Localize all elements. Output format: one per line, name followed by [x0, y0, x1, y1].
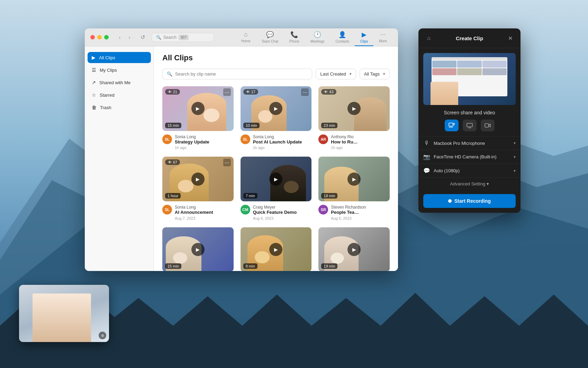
sort-chevron-icon: ▾ [350, 72, 352, 76]
tab-phone[interactable]: 📞 Phone [284, 29, 305, 46]
close-window-button[interactable] [90, 35, 95, 40]
tab-meetings-label: Meetings [310, 40, 325, 43]
sort-filter-dropdown[interactable]: Last Created ▾ [316, 69, 356, 79]
author-3: Anthony Rio [331, 134, 358, 139]
fullscreen-window-button[interactable] [104, 35, 109, 40]
more-icon: ··· [380, 31, 386, 38]
nav-back-button[interactable]: ‹ [116, 33, 124, 42]
team-chat-icon: 💬 [266, 31, 274, 38]
mini-thumb-2 [457, 61, 481, 68]
advanced-setting-label: Advanced Setting [450, 181, 485, 186]
tab-phone-label: Phone [289, 40, 299, 43]
video-card-6[interactable]: 👁 8 ▶ 18 min SR Steven Richardson [318, 157, 390, 220]
microphone-select[interactable]: Macbook Pro Microphone ▾ [434, 141, 516, 146]
sidebar-item-all-clips[interactable]: ▶ All Clips [88, 52, 151, 63]
tab-contacts-label: Contacts [336, 40, 349, 43]
play-button-5[interactable]: ▶ [269, 173, 282, 186]
tags-filter-dropdown[interactable]: All Tags ▾ [360, 69, 390, 79]
nav-forward-button[interactable]: › [125, 33, 134, 42]
video-thumb-6: 👁 8 ▶ 18 min [318, 157, 390, 201]
tab-team-chat[interactable]: 💬 Team Chat [256, 29, 284, 46]
camera-icon: 📷 [423, 154, 430, 160]
sidebar-item-trash[interactable]: 🗑 Trash [88, 102, 151, 113]
avatar-4: SL [162, 205, 172, 214]
camera-select[interactable]: FaceTime HD Camera (Built-in) ▾ [434, 154, 516, 159]
video-card-1[interactable]: 👁 21 ⋯ ▶ 15 min SL [162, 86, 234, 150]
play-button-6[interactable]: ▶ [347, 173, 361, 186]
play-button-1[interactable]: ▶ [191, 102, 205, 115]
video-info-5: Craig Meyer Quick Feature Demo Aug 6, 20… [253, 205, 297, 220]
tab-more[interactable]: ··· More [373, 29, 392, 46]
tab-meetings[interactable]: 🕐 Meetings [305, 29, 330, 46]
video-card-9[interactable]: 👁 19 ⋯ ▶ 19 min SR [318, 227, 390, 271]
date-1: 1h ago [175, 146, 209, 150]
play-button-7[interactable]: ▶ [191, 243, 205, 256]
author-5: Craig Meyer [253, 205, 297, 210]
sidebar: ▶ All Clips ☰ My Clips ↗ Shared with Me … [85, 46, 154, 271]
duration-7: 15 min [165, 263, 181, 269]
play-button-2[interactable]: ▶ [269, 102, 282, 115]
clip-search-input[interactable] [175, 71, 308, 77]
sidebar-starred-label: Starred [100, 93, 115, 98]
video-meta-1: SL Sonia Long Strategy Update 1h ago [162, 134, 234, 150]
panel-close-icon[interactable]: ✕ [506, 34, 514, 42]
duration-3: 23 min [321, 123, 337, 128]
video-card-3[interactable]: 👁 43 ▶ 23 min AR Anthony Rio How [318, 86, 390, 150]
mini-app-bar [432, 57, 507, 60]
advanced-setting-button[interactable]: Advanced Setting ▾ [418, 177, 521, 190]
author-1: Sonia Long [175, 134, 209, 139]
preview-person [431, 82, 458, 105]
trash-icon: 🗑 [92, 105, 97, 110]
phone-icon: 📞 [290, 31, 298, 38]
clip-search-container[interactable]: 🔍 [162, 69, 312, 79]
history-button[interactable]: ↺ [138, 33, 147, 42]
date-2: 1h ago [253, 146, 302, 150]
app-body: ▶ All Clips ☰ My Clips ↗ Shared with Me … [85, 46, 398, 271]
video-thumb-8: 👁 13 ⋯ ▶ 8 min [241, 227, 312, 271]
sidebar-item-shared-with-me[interactable]: ↗ Shared with Me [88, 77, 151, 88]
star-icon: ☆ [92, 92, 96, 98]
share-screen-video-button[interactable] [445, 120, 459, 131]
video-card-5[interactable]: 👁 13 ⋯ ▶ 7 min CM C [241, 157, 312, 220]
quality-label: Auto (1080p) [434, 168, 460, 173]
svg-rect-18 [467, 123, 472, 127]
tab-clips[interactable]: ▶ Clips [355, 29, 373, 46]
play-button-9[interactable]: ▶ [347, 243, 361, 256]
tags-filter-label: All Tags [364, 71, 380, 77]
video-card-8[interactable]: 👁 13 ⋯ ▶ 8 min SL S [241, 227, 312, 271]
video-card-4[interactable]: 👁 67 ⋯ ▶ 1 hour SL [162, 157, 234, 220]
play-button-8[interactable]: ▶ [269, 243, 282, 256]
start-recording-button[interactable]: Start Recording [423, 194, 516, 208]
pip-settings-icon[interactable]: ⚙ [99, 332, 106, 339]
search-icon: 🔍 [156, 35, 161, 40]
video-card-2[interactable]: 👁 17 ⋯ ▶ 10 min SL [241, 86, 312, 150]
share-screen-only-button[interactable] [463, 120, 477, 131]
tab-contacts[interactable]: 👤 Contacts [330, 29, 355, 46]
video-card-7[interactable]: 👁 14 ⋯ ▶ 15 min SR [162, 227, 234, 271]
microphone-setting: 🎙 Macbook Pro Microphone ▾ [418, 136, 521, 150]
play-button-4[interactable]: ▶ [191, 173, 205, 186]
global-search-bar[interactable]: 🔍 Search ⌘F [152, 33, 214, 42]
camera-chevron-icon: ▾ [514, 155, 516, 159]
share-type-label: Screen share and video [418, 110, 521, 115]
svg-rect-15 [449, 123, 453, 126]
quality-select[interactable]: Auto (1080p) ▾ [434, 168, 516, 173]
microphone-icon: 🎙 [423, 140, 430, 146]
tab-home[interactable]: ⌂ Home [236, 29, 256, 46]
meetings-icon: 🕐 [314, 31, 321, 38]
avatar-1: SL [162, 134, 172, 144]
sort-filter-label: Last Created [320, 71, 346, 77]
panel-home-icon[interactable]: ⌂ [425, 34, 433, 42]
video-info-6: Steven Richardson People Tea… Aug 6, 202… [331, 205, 366, 220]
clip-title-5: Quick Feature Demo [253, 210, 297, 216]
minimize-window-button[interactable] [97, 35, 102, 40]
sidebar-item-starred[interactable]: ☆ Starred [88, 89, 151, 100]
share-camera-only-button[interactable] [481, 120, 495, 131]
play-button-3[interactable]: ▶ [347, 102, 361, 115]
author-6: Steven Richardson [331, 205, 366, 210]
video-thumb-7: 👁 14 ⋯ ▶ 15 min [162, 227, 234, 271]
date-6: Aug 6, 2023 [331, 216, 366, 220]
panel-header: ⌂ Create Clip ✕ [418, 28, 521, 48]
sidebar-item-my-clips[interactable]: ☰ My Clips [88, 64, 151, 76]
duration-8: 8 min [243, 263, 257, 269]
